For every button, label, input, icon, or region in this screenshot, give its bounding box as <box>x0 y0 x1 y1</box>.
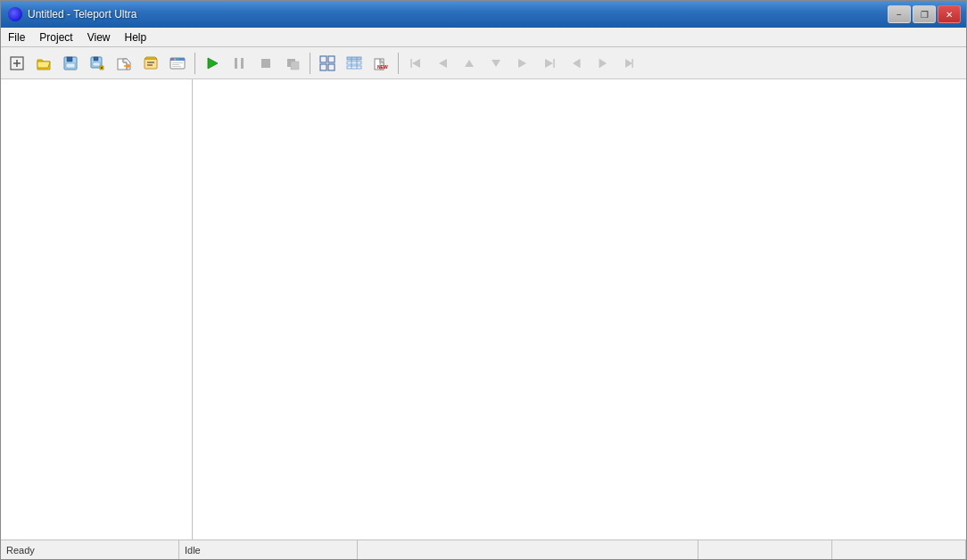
nav-prev-failed-btn[interactable] <box>564 51 589 76</box>
open-btn[interactable] <box>31 51 56 76</box>
status-idle-pane: Idle <box>179 540 358 559</box>
svg-rect-26 <box>235 58 237 69</box>
stop-square-btn[interactable] <box>253 51 278 76</box>
start-btn[interactable] <box>200 51 225 76</box>
nav-down-btn[interactable] <box>484 51 508 76</box>
toolbar: NEW <box>1 47 966 79</box>
restore-button[interactable]: ❐ <box>913 5 936 23</box>
svg-marker-47 <box>518 59 526 68</box>
view-list-btn[interactable] <box>342 51 367 76</box>
menu-view[interactable]: View <box>80 28 118 46</box>
titlebar-title: Untitled - Teleport Ultra <box>28 8 137 21</box>
svg-rect-27 <box>241 58 244 69</box>
svg-marker-50 <box>573 59 580 68</box>
new-project-btn[interactable] <box>4 51 29 76</box>
menu-help[interactable]: Help <box>118 28 154 46</box>
minimize-button[interactable]: − <box>888 5 911 23</box>
svg-marker-16 <box>145 57 157 59</box>
svg-rect-13 <box>145 59 157 69</box>
svg-rect-32 <box>328 56 335 62</box>
nav-next-failed-btn[interactable] <box>591 51 616 76</box>
svg-marker-46 <box>492 60 500 67</box>
svg-rect-34 <box>328 64 335 70</box>
separator-3 <box>398 53 399 74</box>
status-ready-text: Ready <box>6 545 35 556</box>
svg-rect-36 <box>347 62 361 64</box>
svg-marker-49 <box>545 59 553 68</box>
nav-last-btn[interactable] <box>617 51 642 76</box>
svg-marker-44 <box>439 59 447 68</box>
menu-file[interactable]: File <box>1 28 32 46</box>
svg-rect-22 <box>172 62 183 63</box>
titlebar-controls: − ❐ ✕ <box>888 5 961 23</box>
svg-point-19 <box>171 58 173 60</box>
status-p3-pane <box>358 540 698 559</box>
svg-point-21 <box>177 58 178 60</box>
titlebar: Untitled - Teleport Ultra − ❐ ✕ <box>1 1 966 28</box>
browse-btn[interactable] <box>165 51 190 76</box>
import-btn[interactable] <box>112 51 136 76</box>
svg-rect-5 <box>66 63 75 68</box>
svg-rect-28 <box>261 59 270 68</box>
separator-1 <box>194 53 195 74</box>
status-p5-pane <box>832 540 966 559</box>
nav-back-start-btn[interactable] <box>403 51 428 76</box>
nav-up-btn[interactable] <box>457 51 482 76</box>
status-idle-text: Idle <box>185 545 201 556</box>
svg-marker-52 <box>599 59 607 68</box>
nav-forward-btn[interactable] <box>510 51 535 76</box>
nav-forward-end-btn[interactable] <box>537 51 562 76</box>
app-icon <box>8 7 22 21</box>
svg-text:NEW: NEW <box>377 64 388 70</box>
svg-rect-8 <box>93 62 100 66</box>
titlebar-left: Untitled - Teleport Ultra <box>8 7 137 21</box>
status-p4-pane <box>698 540 832 559</box>
svg-marker-25 <box>208 58 218 69</box>
main-window: Untitled - Teleport Ultra − ❐ ✕ File Pro… <box>0 0 967 560</box>
statusbar: Ready Idle <box>1 539 966 559</box>
svg-marker-43 <box>412 59 420 68</box>
svg-rect-23 <box>172 64 179 65</box>
save-btn[interactable] <box>58 51 83 76</box>
stop-all-btn[interactable] <box>280 51 305 76</box>
svg-marker-54 <box>625 59 632 68</box>
menu-project[interactable]: Project <box>32 28 79 46</box>
save-as-btn[interactable] <box>85 51 110 76</box>
main-content <box>1 79 966 539</box>
svg-point-20 <box>174 58 176 60</box>
svg-rect-37 <box>347 66 361 69</box>
properties-btn[interactable] <box>138 51 163 76</box>
pause-btn[interactable] <box>227 51 252 76</box>
new-item-btn[interactable]: NEW <box>368 51 393 76</box>
svg-rect-4 <box>67 57 72 62</box>
svg-marker-45 <box>465 60 474 67</box>
nav-back-btn[interactable] <box>430 51 455 76</box>
svg-rect-24 <box>172 66 181 67</box>
svg-rect-35 <box>347 57 361 60</box>
svg-rect-33 <box>320 64 326 70</box>
svg-rect-30 <box>291 62 299 70</box>
svg-rect-7 <box>94 57 98 61</box>
separator-2 <box>310 53 310 74</box>
svg-rect-31 <box>320 56 326 62</box>
close-button[interactable]: ✕ <box>938 5 961 23</box>
right-panel <box>193 79 966 539</box>
left-panel <box>1 79 193 539</box>
status-ready-pane: Ready <box>1 540 179 559</box>
view-structure-btn[interactable] <box>315 51 340 76</box>
menubar: File Project View Help <box>1 28 966 47</box>
